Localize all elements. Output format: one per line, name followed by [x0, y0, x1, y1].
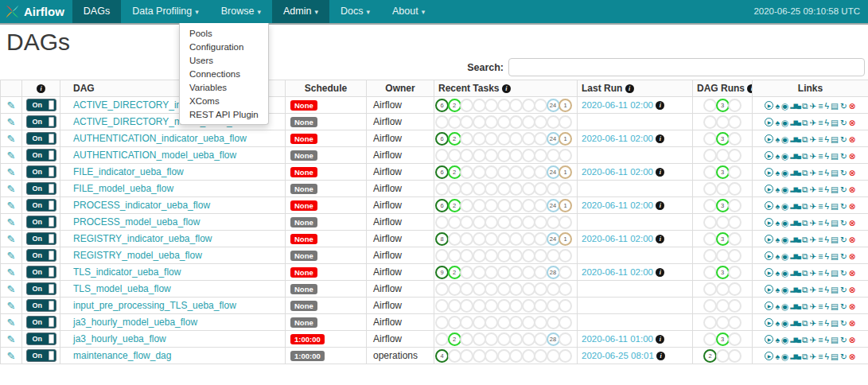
- trigger-dag-icon[interactable]: ▶: [765, 118, 773, 126]
- delete-dag-icon[interactable]: ⊗: [849, 352, 856, 361]
- task-state-circle-running[interactable]: [448, 349, 461, 363]
- task-state-circle-skipped[interactable]: [485, 299, 498, 313]
- code-view-icon[interactable]: ϟ: [824, 336, 829, 344]
- dag-details-icon[interactable]: ▤: [831, 269, 839, 278]
- task-state-circle-shutdown[interactable]: [534, 165, 547, 179]
- delete-dag-icon[interactable]: ⊗: [849, 302, 856, 311]
- edit-dag-icon[interactable]: ✎: [7, 350, 16, 362]
- task-state-circle-success[interactable]: [703, 216, 717, 229]
- task-state-circle-failed[interactable]: [728, 282, 741, 296]
- task-state-circle-failed[interactable]: [728, 199, 741, 212]
- task-state-circle-up_for_retry[interactable]: [497, 232, 511, 246]
- nav-item-dags[interactable]: DAGs: [72, 0, 121, 23]
- task-state-circle-running[interactable]: [448, 316, 461, 329]
- task-state-circle-up_for_retry[interactable]: [497, 266, 511, 279]
- last-run-link[interactable]: 2020-06-11 02:00: [582, 100, 653, 110]
- task-state-circle-up_for_retry[interactable]: [497, 115, 511, 129]
- task-state-circle-none[interactable]: [547, 282, 560, 296]
- tree-view-icon[interactable]: ♠: [775, 269, 780, 278]
- task-state-circle-success[interactable]: [703, 199, 717, 212]
- task-state-circle-queued[interactable]: [522, 199, 535, 212]
- task-state-circle-failed[interactable]: [460, 199, 473, 212]
- gantt-icon[interactable]: ≡: [818, 219, 823, 228]
- task-tries-icon[interactable]: ⧉: [802, 219, 808, 228]
- task-state-circle-upstream_failed[interactable]: [473, 266, 486, 279]
- last-run-link[interactable]: 2020-06-25 08:01: [582, 351, 654, 360]
- task-state-circle-running[interactable]: [716, 349, 730, 363]
- tree-view-icon[interactable]: ♠: [775, 102, 780, 111]
- task-state-circle-running[interactable]: [448, 282, 461, 296]
- task-state-circle-success[interactable]: [703, 149, 717, 162]
- task-state-circle-failed[interactable]: [460, 299, 473, 313]
- task-state-circle-queued[interactable]: [522, 182, 535, 196]
- task-state-circle-running[interactable]: [448, 182, 461, 196]
- task-state-circle-failed[interactable]: [728, 266, 741, 279]
- task-state-circle-failed[interactable]: [728, 249, 741, 262]
- delete-dag-icon[interactable]: ⊗: [849, 252, 856, 261]
- delete-dag-icon[interactable]: ⊗: [849, 235, 856, 244]
- task-state-circle-failed[interactable]: [460, 349, 473, 363]
- graph-view-icon[interactable]: ◉: [781, 302, 788, 311]
- task-state-circle-shutdown[interactable]: [534, 316, 547, 329]
- task-state-circle-none[interactable]: 24: [547, 165, 560, 179]
- task-state-circle-none[interactable]: 28: [547, 266, 560, 279]
- refresh-dag-icon[interactable]: ↻: [840, 235, 847, 244]
- refresh-dag-icon[interactable]: ↻: [840, 119, 847, 127]
- task-state-circle-up_for_reschedule[interactable]: [509, 316, 523, 329]
- delete-dag-icon[interactable]: ⊗: [849, 152, 856, 161]
- task-state-circle-running[interactable]: [716, 115, 730, 129]
- task-state-circle-success[interactable]: [703, 232, 717, 246]
- dag-details-icon[interactable]: ▤: [831, 302, 839, 311]
- task-state-circle-queued[interactable]: [522, 332, 535, 346]
- dag-details-icon[interactable]: ▤: [831, 252, 839, 261]
- edit-dag-icon[interactable]: ✎: [7, 183, 16, 195]
- task-state-circle-failed[interactable]: [728, 132, 741, 146]
- code-view-icon[interactable]: ϟ: [824, 119, 829, 127]
- delete-dag-icon[interactable]: ⊗: [849, 336, 856, 344]
- landing-times-icon[interactable]: ✈: [809, 286, 816, 294]
- task-state-circle-up_for_retry[interactable]: [497, 349, 511, 363]
- task-state-circle-skipped[interactable]: [485, 132, 498, 146]
- gantt-icon[interactable]: ≡: [818, 286, 823, 294]
- delete-dag-icon[interactable]: ⊗: [849, 185, 856, 194]
- task-state-circle-up_for_retry[interactable]: [497, 282, 511, 296]
- task-state-circle-queued[interactable]: [522, 165, 535, 179]
- edit-dag-icon[interactable]: ✎: [7, 233, 16, 245]
- menu-item-rest-api-plugin[interactable]: REST API Plugin: [180, 107, 268, 121]
- dag-link[interactable]: PROCESS_model_ueba_flow: [73, 216, 200, 228]
- landing-times-icon[interactable]: ✈: [809, 252, 816, 261]
- task-state-circle-success[interactable]: [435, 115, 449, 129]
- graph-view-icon[interactable]: ◉: [781, 102, 788, 111]
- graph-view-icon[interactable]: ◉: [781, 269, 788, 278]
- tree-view-icon[interactable]: ♠: [775, 336, 780, 344]
- task-state-circle-none[interactable]: [547, 115, 560, 129]
- menu-item-variables[interactable]: Variables: [180, 80, 268, 94]
- landing-times-icon[interactable]: ✈: [809, 352, 816, 361]
- task-state-circle-skipped[interactable]: [485, 332, 498, 346]
- trigger-dag-icon[interactable]: ▶: [765, 218, 773, 227]
- task-state-circle-upstream_failed[interactable]: [473, 299, 486, 313]
- code-view-icon[interactable]: ϟ: [824, 219, 829, 228]
- task-state-circle-up_for_reschedule[interactable]: [509, 349, 523, 363]
- task-state-circle-queued[interactable]: [522, 115, 535, 129]
- landing-times-icon[interactable]: ✈: [809, 219, 816, 228]
- task-state-circle-up_for_retry[interactable]: [497, 182, 511, 196]
- dag-link[interactable]: ja3_hourly_ueba_flow: [73, 333, 166, 344]
- task-tries-icon[interactable]: ⧉: [802, 269, 808, 278]
- dag-pause-toggle[interactable]: On: [26, 216, 56, 228]
- tasks-duration-icon[interactable]: ▂▆▄: [790, 270, 800, 275]
- code-view-icon[interactable]: ϟ: [824, 169, 829, 177]
- task-state-circle-upstream_failed[interactable]: [473, 182, 486, 196]
- task-state-circle-failed[interactable]: [460, 266, 473, 279]
- landing-times-icon[interactable]: ✈: [809, 269, 816, 278]
- task-state-circle-up_for_retry[interactable]: [497, 149, 511, 162]
- dag-details-icon[interactable]: ▤: [831, 235, 839, 244]
- task-state-circle-upstream_failed[interactable]: [473, 149, 486, 162]
- task-state-circle-failed[interactable]: [460, 249, 473, 262]
- task-state-circle-failed[interactable]: [460, 149, 473, 162]
- graph-view-icon[interactable]: ◉: [781, 219, 788, 228]
- tasks-duration-icon[interactable]: ▂▆▄: [790, 303, 800, 309]
- delete-dag-icon[interactable]: ⊗: [849, 219, 856, 228]
- task-state-circle-success[interactable]: [703, 316, 717, 329]
- task-state-circle-up_for_reschedule[interactable]: [509, 165, 523, 179]
